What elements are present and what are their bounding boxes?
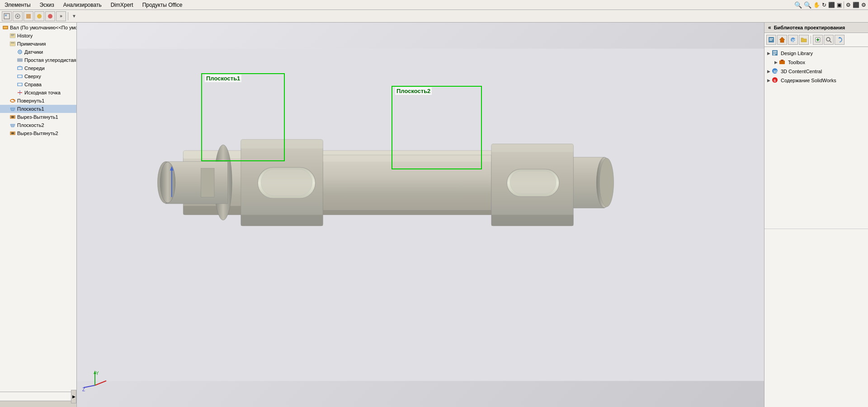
tree-item-history[interactable]: History — [0, 32, 76, 40]
svg-marker-26 — [10, 108, 15, 111]
svg-rect-11 — [11, 36, 14, 37]
menu-dimxpert[interactable]: DimXpert — [108, 1, 136, 9]
svg-line-74 — [830, 41, 831, 42]
tree-item-annotations[interactable]: Примечания — [0, 40, 76, 48]
right-tree: ▶ Design Library ▶ Toolbox ▶ 3D 3D Conte… — [764, 47, 868, 229]
menu-sketch[interactable]: Эскиз — [37, 1, 57, 9]
left-panel-collapse[interactable]: ▶ — [71, 390, 76, 403]
tree-item-front[interactable]: Спереди — [0, 64, 76, 72]
menu-office[interactable]: Продукты Office — [140, 1, 185, 9]
right-tree-solidworks[interactable]: ▶ S Содержание SolidWorks — [764, 76, 868, 85]
display-icon[interactable]: ▣ — [837, 2, 842, 8]
toolbox-label: Toolbox — [788, 60, 805, 65]
feature-tree-panel: Вал (По умолчанию<<По умол History Приме… — [0, 23, 77, 407]
tree-item-shaft[interactable]: Вал (По умолчанию<<По умол — [0, 23, 76, 32]
svg-text:Z: Z — [82, 387, 85, 392]
solidworks-label: Содержание SolidWorks — [781, 78, 836, 83]
cut1-label: Вырез-Вытянуть1 — [17, 114, 58, 120]
front-plane-icon — [16, 65, 24, 72]
tree-item-cut1[interactable]: Вырез-Вытянуть1 — [0, 113, 76, 121]
svg-rect-31 — [11, 132, 14, 134]
toolbox-expand: ▶ — [774, 60, 778, 65]
viewport-3d[interactable]: Плоскость1 Плоскость2 Z Y — [77, 23, 764, 407]
rp-btn-lib[interactable] — [766, 35, 776, 45]
origin-label: Исходная точка — [24, 90, 61, 95]
toolbar-btn-2[interactable] — [13, 11, 23, 21]
cut2-icon — [9, 130, 16, 137]
svg-rect-40 — [201, 168, 214, 197]
expand-icon: ▶ — [767, 51, 770, 56]
shaft-3d-render — [77, 23, 764, 407]
svg-line-60 — [95, 381, 106, 385]
rp-btn-3d[interactable]: 3D — [788, 35, 798, 45]
plane2-tree-icon — [9, 122, 16, 129]
plane1-viewport-label: Плоскость1 — [201, 73, 285, 161]
tree-item-material[interactable]: Простая углеродистая сталь — [0, 56, 76, 64]
rotate-icon[interactable]: ↻ — [822, 2, 826, 8]
material-icon — [16, 56, 24, 64]
plane2-label: Плоскость2 — [17, 122, 44, 128]
tree-item-cut2[interactable]: Вырез-Вытянуть2 — [0, 129, 76, 137]
right-panel-collapse-btn[interactable]: « — [768, 24, 771, 31]
feature-tree: Вал (По умолчанию<<По умол History Приме… — [0, 23, 76, 392]
toolbar-btn-4[interactable] — [34, 11, 44, 21]
right-tree-design-library[interactable]: ▶ Design Library — [764, 49, 868, 58]
front-label: Спереди — [24, 65, 45, 71]
toolbar-more[interactable]: » — [56, 11, 66, 21]
plane1-label: Плоскость1 — [17, 106, 44, 112]
menu-analyze[interactable]: Анализировать — [61, 1, 104, 9]
zoom-in-icon[interactable]: 🔍 — [794, 1, 802, 9]
toolbar-btn-5[interactable] — [45, 11, 55, 21]
more-icon[interactable]: ⬛ — [853, 2, 859, 8]
toolbar-btn-1[interactable] — [2, 11, 12, 21]
svg-rect-77 — [773, 51, 777, 52]
sw-expand: ▶ — [767, 78, 770, 83]
svg-rect-10 — [11, 34, 14, 35]
tree-item-origin[interactable]: Исходная точка — [0, 89, 76, 97]
svg-rect-52 — [510, 171, 556, 194]
main-toolbar: » ▼ — [0, 10, 868, 23]
svg-rect-79 — [773, 54, 775, 55]
tree-item-plane2[interactable]: Плоскость2 — [0, 121, 76, 129]
svg-rect-50 — [491, 215, 573, 226]
toolbar-btn-3[interactable] — [24, 11, 33, 21]
design-library-panel: « Библиотека проектирования 3D — [764, 23, 868, 407]
svg-rect-4 — [26, 14, 31, 19]
design-library-icon — [772, 50, 779, 57]
sensors-label: Датчики — [24, 49, 43, 55]
left-panel-hscroll[interactable] — [0, 401, 76, 407]
svg-rect-49 — [491, 144, 573, 152]
filter-icon: ▼ — [70, 14, 76, 19]
menu-elements[interactable]: Элементы — [2, 1, 33, 9]
pan-icon[interactable]: ✋ — [813, 2, 820, 8]
svg-point-39 — [160, 162, 175, 203]
svg-marker-29 — [10, 124, 15, 127]
rp-btn-add[interactable] — [813, 35, 823, 45]
svg-rect-45 — [261, 169, 312, 196]
svg-rect-43 — [241, 215, 323, 226]
tree-item-top[interactable]: Сверху — [0, 72, 76, 80]
rp-btn-search[interactable] — [824, 35, 834, 45]
rp-btn-refresh[interactable] — [835, 35, 844, 45]
tree-item-revolve1[interactable]: Повернуть1 — [0, 97, 76, 105]
zoom-out-icon[interactable]: 🔍 — [804, 1, 811, 9]
svg-text:Y: Y — [96, 371, 99, 376]
rp-btn-folder[interactable] — [799, 35, 809, 45]
view-icon[interactable]: ⬛ — [828, 2, 835, 8]
tree-item-right[interactable]: Справа — [0, 80, 76, 89]
3dcentral-expand: ▶ — [767, 69, 770, 74]
cut1-icon — [9, 113, 16, 121]
right-tree-3dcentral[interactable]: ▶ 3D 3D ContentCentral — [764, 67, 868, 76]
options-icon[interactable]: ⚙ — [846, 2, 851, 8]
svg-marker-22 — [18, 83, 22, 86]
history-icon — [9, 32, 16, 39]
tree-item-sensors[interactable]: Датчики — [0, 48, 76, 56]
right-tree-toolbox[interactable]: ▶ Toolbox — [764, 58, 868, 67]
tree-item-plane1[interactable]: Плоскость1 — [0, 105, 76, 113]
right-panel-header: « Библиотека проектирования — [764, 23, 868, 33]
svg-rect-78 — [773, 53, 777, 54]
shaft-icon — [2, 24, 9, 31]
settings-icon[interactable]: ⚙ — [861, 2, 866, 8]
rp-btn-home[interactable] — [777, 35, 787, 45]
menu-bar: Элементы Эскиз Анализировать DimXpert Пр… — [0, 0, 868, 10]
